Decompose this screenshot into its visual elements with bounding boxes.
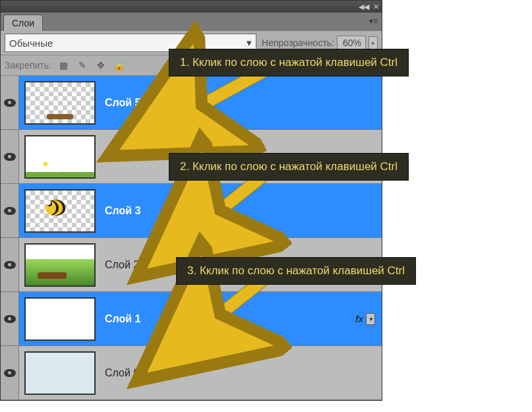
layer-thumbnail[interactable] [24, 351, 96, 395]
panel-menu-icon[interactable]: ▾≡ [369, 16, 378, 26]
fx-badge[interactable]: fx▾ [355, 313, 375, 325]
layer-body[interactable]: Слой 6 [19, 346, 382, 399]
layer-name[interactable]: Слой 3 [105, 205, 140, 217]
annotation-callout: 3. Кклик по слою с нажатой клавишей Ctrl [176, 257, 416, 285]
layers-list: Слой 5Слой 4Слой 3Слой 2Слой 1fx▾Слой 6 [1, 76, 382, 400]
eye-icon [4, 261, 16, 269]
lock-brush-icon[interactable]: ✎ [76, 59, 88, 71]
layer-row[interactable]: Слой 5 [1, 76, 382, 130]
eye-icon [4, 207, 16, 215]
layer-thumbnail[interactable] [24, 243, 96, 287]
eye-icon [4, 99, 16, 107]
layer-thumbnail[interactable] [24, 81, 96, 125]
layer-row[interactable]: Слой 3 [1, 184, 382, 238]
lock-label: Закрепить: [5, 60, 51, 71]
visibility-toggle[interactable] [1, 238, 19, 291]
layer-body[interactable]: Слой 3 [19, 184, 382, 237]
visibility-toggle[interactable] [1, 292, 19, 345]
layer-name[interactable]: Слой 6 [105, 367, 139, 379]
layer-row[interactable]: Слой 6 [1, 346, 382, 400]
layer-thumbnail[interactable] [24, 135, 96, 179]
opacity-label: Непрозрачность: [262, 38, 334, 48]
eye-icon [4, 153, 16, 161]
panel-tabs: Слои ▾≡ [1, 13, 382, 31]
opacity-value[interactable]: 60% [337, 36, 366, 50]
layer-thumbnail[interactable] [24, 297, 96, 341]
tab-layers[interactable]: Слои [3, 15, 43, 31]
opacity-control: Непрозрачность: 60% ▸ [262, 36, 378, 50]
layer-row[interactable]: Слой 1fx▾ [1, 292, 382, 346]
annotation-callout: 1. Кклик по слою с нажатой клавишей Ctrl [169, 49, 409, 76]
opacity-slider-icon[interactable]: ▸ [369, 36, 378, 49]
lock-all-icon[interactable]: 🔒 [113, 59, 125, 71]
visibility-toggle[interactable] [1, 130, 19, 183]
lock-move-icon[interactable]: ✥ [95, 59, 107, 71]
layer-name[interactable]: Слой 1 [105, 313, 140, 325]
visibility-toggle[interactable] [1, 346, 19, 399]
annotation-callout: 2. Кклик по слою с нажатой клавишей Ctrl [169, 153, 409, 181]
layer-body[interactable]: Слой 5 [19, 76, 382, 129]
layer-body[interactable]: Слой 1fx▾ [19, 292, 382, 345]
panel-titlebar: ◀◀ ✕ [1, 1, 382, 13]
layer-thumbnail[interactable] [24, 189, 96, 233]
visibility-toggle[interactable] [1, 184, 19, 237]
layer-name[interactable]: Слой 2 [105, 259, 139, 271]
lock-pixels-icon[interactable]: ▦ [58, 59, 70, 71]
blend-mode-value: Обычные [9, 38, 53, 49]
dropdown-icon: ▾ [247, 37, 252, 49]
visibility-toggle[interactable] [1, 76, 19, 129]
eye-icon [4, 369, 16, 377]
collapse-icon[interactable]: ◀◀ [359, 3, 369, 11]
layer-name[interactable]: Слой 5 [105, 97, 140, 109]
close-icon[interactable]: ✕ [373, 3, 379, 11]
eye-icon [4, 315, 16, 323]
layer-name[interactable]: Слой 4 [105, 151, 139, 163]
